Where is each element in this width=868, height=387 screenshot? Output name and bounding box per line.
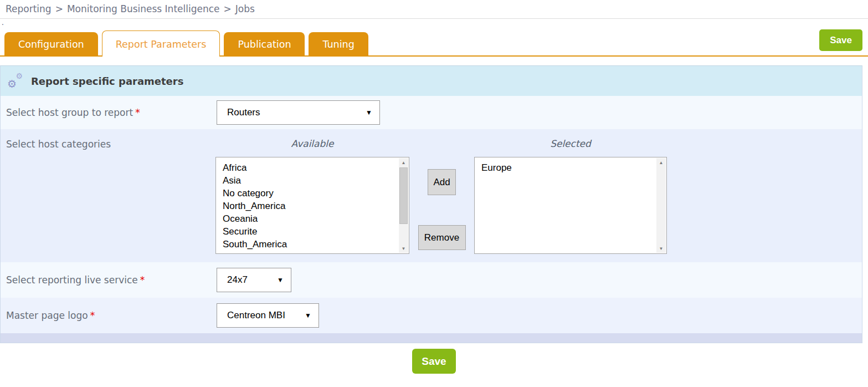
dual-list: Available Africa Asia No category North_… xyxy=(211,129,667,254)
breadcrumb-link-mbi[interactable]: Monitoring Business Intelligence xyxy=(67,3,220,14)
select-caret-icon: ▼ xyxy=(305,312,311,319)
list-item[interactable]: South_America xyxy=(223,238,398,251)
save-button-bottom[interactable]: Save xyxy=(412,349,456,374)
form-row-host-categories: Select host categories Available Africa … xyxy=(1,129,862,262)
transfer-buttons: Add Remove xyxy=(409,138,474,254)
scroll-down-icon[interactable]: ▼ xyxy=(399,244,408,253)
list-item[interactable]: Securite xyxy=(223,225,398,238)
required-asterisk: * xyxy=(90,310,95,321)
scrollbar-thumb[interactable] xyxy=(399,167,408,224)
available-column: Available Africa Asia No category North_… xyxy=(215,138,409,254)
scroll-down-icon[interactable]: ▼ xyxy=(656,244,666,253)
live-service-label-text: Select reporting live service xyxy=(6,274,138,286)
selected-heading: Selected xyxy=(474,138,667,149)
available-listbox[interactable]: Africa Asia No category North_America Oc… xyxy=(215,157,409,254)
table-footer-strip xyxy=(1,333,862,343)
breadcrumb: Reporting>Monitoring Business Intelligen… xyxy=(0,0,868,19)
gear-small-icon: ⚙ xyxy=(16,72,23,80)
form-row-live-service: Select reporting live service* 24x7 ▼ xyxy=(1,262,862,298)
host-group-label: Select host group to report* xyxy=(1,107,211,118)
select-caret-icon: ▼ xyxy=(366,109,372,116)
master-logo-select[interactable]: Centreon MBI ▼ xyxy=(217,303,319,328)
form-row-host-group: Select host group to report* Routers ▼ xyxy=(1,96,862,129)
scroll-up-icon[interactable]: ▲ xyxy=(656,158,666,167)
save-button-top[interactable]: Save xyxy=(819,29,862,51)
select-caret-icon: ▼ xyxy=(277,276,284,284)
list-item[interactable]: North_America xyxy=(223,200,398,212)
breadcrumb-link-reporting[interactable]: Reporting xyxy=(6,3,52,14)
breadcrumb-link-jobs[interactable]: Jobs xyxy=(235,3,255,14)
available-heading: Available xyxy=(215,138,409,149)
stray-dot: . xyxy=(2,19,868,27)
breadcrumb-separator: > xyxy=(224,3,232,14)
scrollbar[interactable]: ▲ ▼ xyxy=(399,158,408,253)
tab-bar: Configuration Report Parameters Publicat… xyxy=(0,29,868,57)
live-service-value: 24x7 xyxy=(227,274,248,286)
tab-configuration[interactable]: Configuration xyxy=(4,32,98,55)
form-row-master-logo: Master page logo* Centreon MBI ▼ xyxy=(1,298,862,333)
gears-icon: ⚙ ⚙ xyxy=(7,73,24,89)
add-button[interactable]: Add xyxy=(428,169,456,195)
master-logo-label: Master page logo* xyxy=(1,310,211,321)
required-asterisk: * xyxy=(140,274,145,286)
section-header: ⚙ ⚙ Report specific parameters xyxy=(1,66,862,96)
scrollbar[interactable]: ▲ ▼ xyxy=(656,158,666,253)
host-group-value: Routers xyxy=(227,107,260,118)
tab-publication[interactable]: Publication xyxy=(224,32,305,55)
required-asterisk: * xyxy=(135,107,140,118)
scroll-up-icon[interactable]: ▲ xyxy=(399,158,408,167)
section-title: Report specific parameters xyxy=(31,75,183,87)
selected-listbox[interactable]: Europe ▲ ▼ xyxy=(474,157,667,254)
list-item[interactable]: Europe xyxy=(481,161,655,174)
master-logo-value: Centreon MBI xyxy=(227,310,285,321)
breadcrumb-separator: > xyxy=(55,3,63,14)
list-item[interactable]: Oceania xyxy=(223,212,398,225)
tab-tuning[interactable]: Tuning xyxy=(309,32,368,55)
host-group-select[interactable]: Routers ▼ xyxy=(217,100,380,125)
live-service-select[interactable]: 24x7 ▼ xyxy=(217,268,291,292)
host-categories-label: Select host categories xyxy=(1,129,211,150)
host-categories-label-text: Select host categories xyxy=(6,139,111,150)
list-item[interactable]: Africa xyxy=(223,161,398,174)
live-service-label: Select reporting live service* xyxy=(1,274,211,286)
host-group-label-text: Select host group to report xyxy=(6,107,133,118)
selected-column: Selected Europe ▲ ▼ xyxy=(474,138,667,254)
master-logo-label-text: Master page logo xyxy=(6,310,88,321)
remove-button[interactable]: Remove xyxy=(418,225,466,250)
list-item[interactable]: No category xyxy=(223,187,398,200)
tab-report-parameters[interactable]: Report Parameters xyxy=(102,30,220,57)
list-item[interactable]: Asia xyxy=(223,174,398,187)
report-parameters-panel: ⚙ ⚙ Report specific parameters Select ho… xyxy=(0,65,862,343)
